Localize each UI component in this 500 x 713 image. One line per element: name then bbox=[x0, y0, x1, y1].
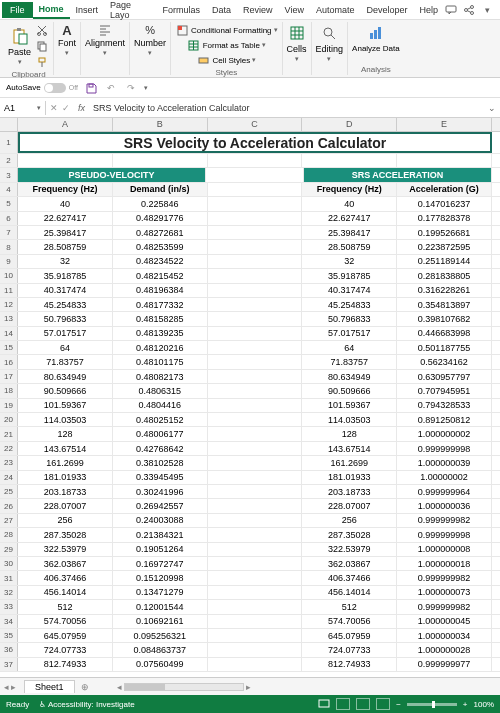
editing-button[interactable]: Editing ▾ bbox=[316, 23, 344, 64]
cell[interactable] bbox=[208, 154, 303, 167]
row-header[interactable]: 7 bbox=[0, 226, 18, 239]
cell[interactable]: 90.509666 bbox=[18, 384, 113, 397]
cell[interactable]: 0.147016237 bbox=[397, 197, 492, 210]
redo-icon[interactable]: ↷ bbox=[124, 81, 138, 95]
cell[interactable]: 0.48120216 bbox=[113, 341, 208, 354]
cell[interactable]: 724.07733 bbox=[18, 643, 113, 656]
cell[interactable]: 228.07007 bbox=[18, 499, 113, 512]
cell[interactable]: 22.627417 bbox=[302, 212, 397, 225]
menu-developer[interactable]: Developer bbox=[360, 2, 413, 18]
cell[interactable]: 0.19051264 bbox=[113, 543, 208, 556]
cell[interactable] bbox=[208, 514, 303, 527]
cell[interactable] bbox=[208, 427, 303, 440]
cell[interactable]: 45.254833 bbox=[302, 298, 397, 311]
cell[interactable]: 0.48082173 bbox=[113, 370, 208, 383]
cell[interactable]: 101.59367 bbox=[18, 399, 113, 412]
row-header[interactable]: 13 bbox=[0, 312, 18, 325]
row-header[interactable]: 15 bbox=[0, 341, 18, 354]
zoom-slider[interactable] bbox=[407, 703, 457, 706]
cell[interactable]: 512 bbox=[18, 600, 113, 613]
sheet-title[interactable]: SRS Velocity to Acceleration Calculator bbox=[18, 132, 492, 153]
cell[interactable]: 322.53979 bbox=[302, 543, 397, 556]
cell[interactable]: 1.000000045 bbox=[397, 615, 492, 628]
row-header[interactable]: 27 bbox=[0, 514, 18, 527]
sheet-tab-sheet1[interactable]: Sheet1 bbox=[24, 680, 75, 693]
cell[interactable]: 574.70056 bbox=[18, 615, 113, 628]
format-as-table-button[interactable]: Format as Table▾ bbox=[187, 38, 266, 52]
col-header-e[interactable]: E bbox=[397, 118, 492, 131]
cell[interactable]: 0.316228261 bbox=[397, 284, 492, 297]
cell[interactable]: 0.223872595 bbox=[397, 240, 492, 253]
row-header[interactable]: 5 bbox=[0, 197, 18, 210]
cell[interactable]: 40 bbox=[18, 197, 113, 210]
cell[interactable] bbox=[208, 384, 303, 397]
cell[interactable]: 1.000000073 bbox=[397, 586, 492, 599]
cell[interactable]: 0.084863737 bbox=[113, 643, 208, 656]
cell[interactable]: 0.199526681 bbox=[397, 226, 492, 239]
copy-icon[interactable] bbox=[35, 39, 49, 53]
cell[interactable] bbox=[18, 154, 113, 167]
cell[interactable]: 228.07007 bbox=[302, 499, 397, 512]
cell[interactable]: 181.01933 bbox=[302, 471, 397, 484]
cell[interactable]: 28.508759 bbox=[302, 240, 397, 253]
col-header-b[interactable]: B bbox=[113, 118, 208, 131]
fx-icon[interactable]: fx bbox=[74, 103, 89, 113]
cell[interactable]: 574.70056 bbox=[302, 615, 397, 628]
zoom-level[interactable]: 100% bbox=[474, 700, 494, 709]
cell[interactable]: 0.12001544 bbox=[113, 600, 208, 613]
select-all-corner[interactable] bbox=[0, 118, 18, 131]
cell[interactable]: 0.48196384 bbox=[113, 284, 208, 297]
cell[interactable]: 1.000000036 bbox=[397, 499, 492, 512]
paste-button[interactable]: Paste ▾ bbox=[8, 26, 31, 66]
cell[interactable]: 0.501187755 bbox=[397, 341, 492, 354]
row-header[interactable]: 26 bbox=[0, 499, 18, 512]
row-header[interactable]: 9 bbox=[0, 255, 18, 268]
accessibility-status[interactable]: ♿︎ Accessibility: Investigate bbox=[39, 700, 134, 709]
cell[interactable]: 0.354813897 bbox=[397, 298, 492, 311]
row-header[interactable]: 20 bbox=[0, 413, 18, 426]
cell[interactable]: 161.2699 bbox=[302, 456, 397, 469]
cell[interactable] bbox=[208, 298, 303, 311]
cell[interactable]: 645.07959 bbox=[302, 629, 397, 642]
cell[interactable]: 64 bbox=[302, 341, 397, 354]
cell[interactable]: 203.18733 bbox=[18, 485, 113, 498]
cell[interactable]: 0.48177332 bbox=[113, 298, 208, 311]
cell[interactable]: 1.00000002 bbox=[397, 471, 492, 484]
cell[interactable]: 45.254833 bbox=[18, 298, 113, 311]
row-header[interactable]: 35 bbox=[0, 629, 18, 642]
cell[interactable]: 0.177828378 bbox=[397, 212, 492, 225]
cell[interactable] bbox=[208, 341, 303, 354]
row-header[interactable]: 29 bbox=[0, 543, 18, 556]
row-header[interactable]: 19 bbox=[0, 399, 18, 412]
cell[interactable]: 812.74933 bbox=[302, 658, 397, 671]
cell[interactable]: 35.918785 bbox=[18, 269, 113, 282]
cell-styles-button[interactable]: Cell Styles▾ bbox=[196, 53, 256, 67]
cell[interactable]: 322.53979 bbox=[18, 543, 113, 556]
row-header[interactable]: 24 bbox=[0, 471, 18, 484]
cell[interactable]: 32 bbox=[18, 255, 113, 268]
cell[interactable]: 0.48215452 bbox=[113, 269, 208, 282]
row-header[interactable]: 17 bbox=[0, 370, 18, 383]
cell[interactable]: 0.4804416 bbox=[113, 399, 208, 412]
cell[interactable] bbox=[208, 485, 303, 498]
cell[interactable]: Acceleration (G) bbox=[397, 183, 492, 196]
formula-input[interactable]: SRS Velocity to Acceleration Calculator bbox=[89, 101, 484, 115]
page-layout-view-button[interactable] bbox=[356, 698, 370, 710]
cell[interactable]: 0.999999998 bbox=[397, 442, 492, 455]
font-button[interactable]: A Font ▾ bbox=[58, 23, 76, 64]
cell[interactable]: Frequency (Hz) bbox=[302, 183, 397, 196]
row-header[interactable]: 22 bbox=[0, 442, 18, 455]
cell[interactable]: 128 bbox=[18, 427, 113, 440]
cell[interactable] bbox=[208, 226, 303, 239]
cell[interactable] bbox=[208, 586, 303, 599]
cut-icon[interactable] bbox=[35, 23, 49, 37]
menu-home[interactable]: Home bbox=[33, 1, 70, 19]
cell[interactable]: 0.999999982 bbox=[397, 514, 492, 527]
cell[interactable]: 287.35028 bbox=[302, 528, 397, 541]
cell[interactable] bbox=[208, 557, 303, 570]
cell[interactable]: PSEUDO-VELOCITY bbox=[18, 168, 206, 181]
comments-icon[interactable] bbox=[444, 3, 458, 17]
cell[interactable] bbox=[208, 212, 303, 225]
spreadsheet-grid[interactable]: A B C D E 1SRS Velocity to Acceleration … bbox=[0, 118, 500, 677]
cell[interactable]: 724.07733 bbox=[302, 643, 397, 656]
